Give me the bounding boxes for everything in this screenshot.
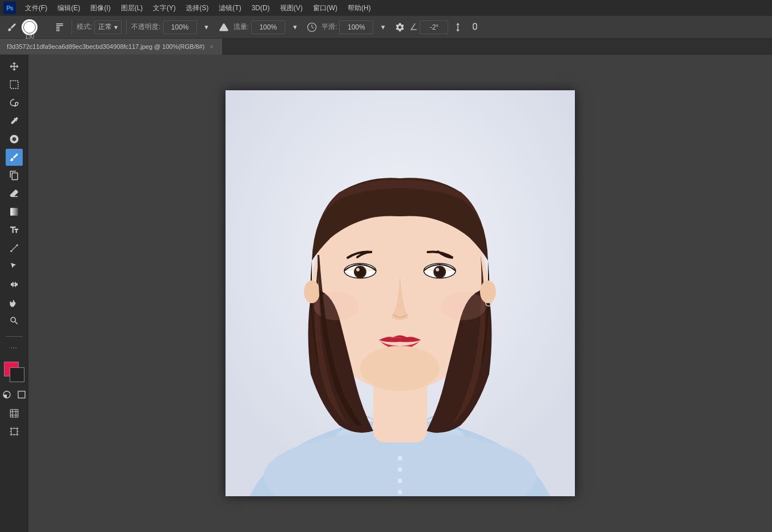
smooth-label: 平滑: — [322, 22, 337, 32]
tool-lasso[interactable] — [6, 94, 23, 111]
tab-filename: f3d3572c11dfa9eca6d89ec3becbd304908fc117… — [7, 43, 205, 50]
menu-image[interactable]: 图像(I) — [86, 2, 115, 15]
smooth-group: 平滑: ▾ — [322, 20, 390, 35]
menu-3d[interactable]: 3D(D) — [247, 2, 274, 14]
tool-zoom[interactable] — [6, 312, 23, 329]
svg-point-47 — [398, 490, 402, 495]
svg-point-44 — [398, 456, 402, 460]
svg-point-43 — [441, 292, 486, 320]
angle-input[interactable] — [420, 20, 448, 34]
main-workspace: ··· — [0, 55, 772, 532]
flow-icon[interactable] — [304, 20, 319, 35]
opacity-label: 不透明度: — [131, 22, 160, 32]
tool-more[interactable]: ··· — [6, 339, 23, 356]
flow-input[interactable] — [251, 20, 285, 34]
svg-point-46 — [398, 479, 402, 483]
canvas-wrapper — [226, 90, 575, 496]
menu-help[interactable]: 帮助(H) — [343, 2, 375, 15]
svg-point-35 — [356, 268, 360, 271]
tool-eraser[interactable] — [6, 185, 23, 202]
menu-edit[interactable]: 编辑(E) — [53, 2, 85, 15]
tab-close-button[interactable]: × — [208, 43, 215, 51]
portrait-image — [226, 90, 575, 496]
brush-size-value: 130 — [25, 34, 35, 40]
tool-frame[interactable] — [6, 405, 23, 422]
svg-point-45 — [398, 467, 402, 472]
smooth-toggle[interactable]: ▾ — [375, 20, 390, 35]
settings-button[interactable] — [393, 20, 407, 35]
menu-text[interactable]: 文字(Y) — [148, 2, 180, 15]
opacity-group: 不透明度: ▾ — [131, 20, 214, 35]
menu-window[interactable]: 窗口(W) — [308, 2, 342, 15]
background-color[interactable] — [10, 367, 24, 382]
portrait-canvas — [226, 90, 575, 496]
options-toolbar: 130 模式: 正常 ▾ 不透明度: ▾ 流量: ▾ — [0, 16, 772, 39]
brush-size-preview[interactable] — [22, 19, 37, 35]
airbrush-button[interactable] — [216, 20, 231, 35]
sep-2 — [126, 20, 127, 34]
screen-mode-button[interactable] — [15, 388, 28, 401]
opacity-toggle[interactable]: ▾ — [199, 20, 214, 35]
tool-artboard[interactable] — [6, 423, 23, 440]
tabbar: f3d3572c11dfa9eca6d89ec3becbd304908fc117… — [0, 39, 772, 55]
mode-buttons — [0, 388, 28, 401]
svg-line-5 — [11, 245, 17, 252]
tool-selection[interactable] — [6, 258, 23, 275]
angle-group: ∠ — [410, 20, 448, 34]
left-tools-panel: ··· — [0, 55, 28, 532]
quick-mask-button[interactable] — [0, 388, 14, 401]
menu-layer[interactable]: 图层(L) — [116, 2, 148, 15]
svg-point-41 — [360, 346, 440, 391]
flow-label: 流量: — [233, 22, 249, 32]
menu-select[interactable]: 选择(S) — [181, 2, 213, 15]
brush-toggle-button[interactable] — [52, 20, 67, 35]
opacity-input[interactable] — [163, 20, 197, 34]
color-swatches[interactable] — [4, 362, 24, 382]
tool-hand[interactable] — [6, 294, 23, 311]
svg-rect-1 — [10, 81, 18, 89]
svg-point-40 — [436, 268, 439, 271]
tool-brush[interactable] — [6, 149, 23, 166]
mode-group: 模式: 正常 ▾ — [77, 20, 122, 34]
tool-eyedropper[interactable] — [6, 112, 23, 129]
tool-clone-stamp[interactable] — [6, 167, 23, 184]
menu-file[interactable]: 文件(F) — [20, 2, 52, 15]
sep-1 — [72, 20, 72, 34]
brush-tool-button[interactable] — [5, 20, 19, 35]
pressure-button[interactable] — [468, 20, 482, 35]
ps-logo-icon: Ps — [3, 2, 16, 14]
tool-gradient[interactable] — [6, 203, 23, 220]
flow-group: 流量: ▾ — [233, 20, 302, 35]
tool-path[interactable] — [6, 240, 23, 257]
tool-marquee[interactable] — [6, 76, 23, 93]
tool-move[interactable] — [6, 58, 23, 75]
more-dots: ··· — [10, 344, 17, 351]
smooth-input[interactable] — [339, 20, 373, 34]
svg-rect-8 — [10, 409, 18, 417]
tool-transform[interactable] — [6, 276, 23, 293]
mode-dropdown[interactable]: 正常 ▾ — [94, 20, 122, 34]
menubar: Ps 文件(F) 编辑(E) 图像(I) 图层(L) 文字(Y) 选择(S) 滤… — [0, 0, 772, 16]
svg-rect-7 — [18, 391, 25, 398]
canvas-area — [28, 55, 772, 532]
document-tab[interactable]: f3d3572c11dfa9eca6d89ec3becbd304908fc117… — [0, 39, 223, 55]
brush-tool-group: 130 — [5, 19, 67, 35]
symmetry-button[interactable] — [450, 20, 465, 35]
tool-healing[interactable] — [6, 131, 23, 148]
tool-text[interactable] — [6, 221, 23, 238]
menu-filter[interactable]: 滤镜(T) — [214, 2, 245, 15]
menu-view[interactable]: 视图(V) — [276, 2, 307, 15]
mode-label: 模式: — [77, 22, 92, 32]
svg-rect-2 — [10, 208, 18, 216]
flow-toggle[interactable]: ▾ — [287, 20, 302, 35]
app-logo: Ps — [2, 1, 17, 15]
svg-rect-9 — [11, 429, 17, 435]
angle-icon: ∠ — [410, 22, 418, 32]
